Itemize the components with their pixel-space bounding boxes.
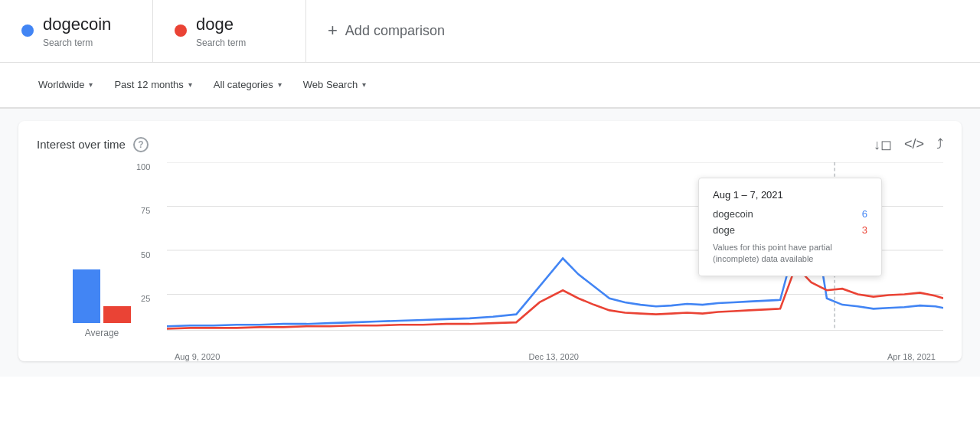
search-type-chevron-icon: ▾	[362, 80, 366, 89]
share-icon[interactable]: ⤴	[936, 136, 943, 152]
add-comparison-plus-icon: +	[328, 21, 338, 41]
dogecoin-type: Search term	[43, 38, 111, 48]
download-icon[interactable]: ↓◻	[874, 136, 892, 153]
embed-icon[interactable]: </>	[904, 136, 924, 152]
average-section: Average	[37, 170, 167, 338]
doge-name: doge	[196, 14, 246, 36]
avg-bar-doge	[103, 306, 131, 323]
search-term-doge: doge Search term	[153, 0, 306, 62]
add-comparison-button[interactable]: + Add comparison	[306, 0, 980, 62]
average-bars	[73, 262, 131, 323]
x-axis-labels: Aug 9, 2020 Dec 13, 2020 Apr 18, 2021	[167, 352, 943, 361]
search-term-dogecoin: dogecoin Search term	[0, 0, 153, 62]
average-label: Average	[85, 328, 119, 338]
dogecoin-dot	[21, 24, 34, 37]
tooltip-value-doge: 3	[862, 224, 867, 236]
category-chevron-icon: ▾	[278, 80, 282, 89]
category-filter-button[interactable]: All categories ▾	[206, 74, 289, 95]
tooltip-value-dogecoin: 6	[862, 208, 867, 220]
tooltip-term-dogecoin: dogecoin	[713, 208, 753, 220]
category-filter-label: All categories	[214, 79, 273, 90]
doge-dot	[175, 24, 187, 37]
x-label-apr: Apr 18, 2021	[887, 352, 936, 361]
search-type-filter-label: Web Search	[303, 79, 358, 90]
interest-over-time-card: Interest over time ? ↓◻ </> ⤴ 100 75 50 …	[18, 121, 962, 361]
tooltip-date: Aug 1 – 7, 2021	[713, 189, 867, 201]
search-type-filter-button[interactable]: Web Search ▾	[296, 74, 374, 95]
add-comparison-label: Add comparison	[345, 23, 445, 39]
tooltip-term-doge: doge	[713, 224, 735, 236]
dogecoin-name: dogecoin	[43, 14, 111, 36]
main-content: Interest over time ? ↓◻ </> ⤴ 100 75 50 …	[0, 109, 980, 377]
chart-svg-area: Aug 1 – 7, 2021 dogecoin 6 doge 3 Values…	[167, 162, 943, 338]
card-header: Interest over time ? ↓◻ </> ⤴	[37, 136, 943, 153]
chart-container: 100 75 50 25 Average	[37, 162, 943, 361]
card-title: Interest over time	[37, 138, 126, 151]
time-filter-button[interactable]: Past 12 months ▾	[106, 74, 199, 95]
filter-bar: Worldwide ▾ Past 12 months ▾ All categor…	[0, 63, 980, 109]
x-label-aug: Aug 9, 2020	[175, 352, 220, 361]
geo-filter-label: Worldwide	[38, 79, 84, 90]
tooltip: Aug 1 – 7, 2021 dogecoin 6 doge 3 Values…	[698, 178, 882, 277]
card-actions: ↓◻ </> ⤴	[874, 136, 943, 153]
help-icon[interactable]: ?	[133, 137, 149, 152]
tooltip-row-doge: doge 3	[713, 224, 867, 236]
search-terms-bar: dogecoin Search term doge Search term + …	[0, 0, 980, 63]
x-label-dec: Dec 13, 2020	[528, 352, 578, 361]
time-chevron-icon: ▾	[188, 80, 192, 89]
doge-type: Search term	[196, 38, 246, 48]
tooltip-row-dogecoin: dogecoin 6	[713, 208, 867, 220]
avg-bar-dogecoin	[73, 269, 100, 323]
geo-filter-button[interactable]: Worldwide ▾	[31, 74, 100, 95]
time-filter-label: Past 12 months	[114, 79, 183, 90]
tooltip-note: Values for this point have partial (inco…	[713, 242, 866, 266]
geo-chevron-icon: ▾	[89, 80, 93, 89]
